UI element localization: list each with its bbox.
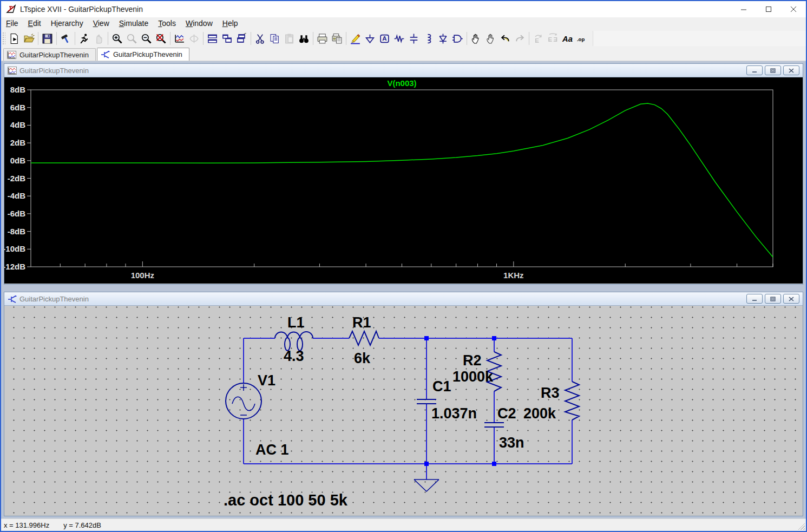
menu-item-hierarchy[interactable]: Hierarchy: [46, 18, 88, 29]
value-R3[interactable]: 200k: [523, 405, 556, 422]
waveform-plot[interactable]: 8dB6dB4dB2dB0dB-2dB-4dB-6dB-8dB-10dB-12d…: [4, 77, 803, 284]
control-panel-button[interactable]: [58, 31, 73, 46]
app-logo-icon: [6, 4, 17, 14]
ground-button[interactable]: [363, 31, 377, 46]
resize-grip[interactable]: [798, 523, 805, 530]
zoom-out-button[interactable]: [139, 31, 154, 46]
y-tick-label: 2dB: [10, 138, 26, 147]
autorange-button: [187, 31, 201, 46]
schematic-close-button[interactable]: [783, 294, 799, 304]
maximize-button[interactable]: [756, 1, 781, 17]
drag-hand-icon: [485, 33, 496, 44]
value-C1[interactable]: 1.037n: [431, 405, 477, 422]
voltage-source-V1[interactable]: [226, 383, 261, 419]
label-L1[interactable]: L1: [287, 314, 305, 331]
inductor-icon: [423, 33, 434, 44]
find-button[interactable]: [297, 31, 311, 46]
close-button[interactable]: [781, 1, 806, 17]
resistor-R3[interactable]: [565, 382, 579, 420]
tab-label: GuitarPickupThevenin: [19, 51, 89, 59]
waveform-window-titlebar[interactable]: GuitarPickupThevenin: [4, 64, 803, 77]
print-button[interactable]: [315, 31, 330, 46]
capacitor-button[interactable]: [406, 31, 421, 46]
capacitor-C2[interactable]: [484, 423, 504, 427]
redo-icon: [514, 33, 526, 44]
resistor-button[interactable]: [392, 31, 406, 46]
mdi-area: GuitarPickupThevenin 8dB6dB4dB2dB0dB-2dB…: [1, 61, 806, 518]
new-schematic-button[interactable]: [7, 31, 22, 46]
menu-item-edit[interactable]: Edit: [23, 18, 46, 29]
component-button[interactable]: [450, 31, 465, 46]
resistor-R1[interactable]: [349, 331, 379, 345]
run-button[interactable]: [77, 31, 91, 46]
value-R1[interactable]: 6k: [354, 350, 371, 366]
drag-button[interactable]: [483, 31, 498, 46]
zoom-in-button[interactable]: [110, 31, 124, 46]
value-V1[interactable]: AC 1: [255, 442, 289, 458]
menu-item-view[interactable]: View: [88, 18, 114, 29]
value-L1[interactable]: 4.3: [284, 348, 304, 364]
cascade-windows-button[interactable]: [234, 31, 249, 46]
menu-item-simulate[interactable]: Simulate: [114, 18, 153, 29]
y-tick-label: 0dB: [10, 156, 26, 165]
ground-symbol[interactable]: [414, 480, 439, 491]
menu-item-file[interactable]: File: [1, 18, 23, 29]
label-C2[interactable]: C2: [497, 405, 516, 422]
wire-pencil-icon: [350, 33, 361, 44]
value-C2[interactable]: 33n: [499, 435, 524, 451]
net-label-button[interactable]: A: [377, 31, 392, 46]
label-R2[interactable]: R2: [463, 352, 482, 369]
print-preview-button[interactable]: [330, 31, 344, 46]
y-tick-label: -10dB: [4, 244, 25, 253]
undo-button[interactable]: [498, 31, 513, 46]
trace-label[interactable]: V(n003): [387, 78, 416, 88]
inductor-button[interactable]: [421, 31, 436, 46]
diode-button[interactable]: [436, 31, 450, 46]
schematic-restore-button[interactable]: [765, 294, 781, 304]
paste-icon: [284, 33, 295, 44]
schematic-minimize-button[interactable]: [746, 294, 763, 304]
value-R2[interactable]: 1000k: [452, 369, 494, 385]
tile-vertical-button[interactable]: [220, 31, 234, 46]
zoom-back-icon: [126, 33, 137, 44]
open-file-button[interactable]: [22, 31, 36, 46]
plot-settings-button[interactable]: [172, 31, 187, 46]
zoom-full-extents-button[interactable]: [154, 31, 168, 46]
move-button[interactable]: [469, 31, 483, 46]
schematic-window: GuitarPickupThevenin: [4, 292, 803, 516]
label-C1[interactable]: C1: [432, 378, 451, 395]
label-V1[interactable]: V1: [258, 372, 275, 389]
schematic-window-titlebar[interactable]: GuitarPickupThevenin: [4, 292, 803, 306]
tab-waveform[interactable]: GuitarPickupThevenin: [3, 48, 96, 61]
plot-restore-button[interactable]: [765, 65, 781, 75]
capacitor-C1[interactable]: [417, 399, 436, 404]
waveform-window-icon: [8, 67, 17, 75]
plot-minimize-button[interactable]: [746, 65, 763, 75]
zoom-in-icon: [111, 33, 123, 44]
resistor-icon: [393, 33, 405, 44]
menu-item-window[interactable]: Window: [181, 18, 218, 29]
schematic-canvas[interactable]: L1 4.3 R1 6k V1 AC 1 C1 1.037n R2 1000k …: [4, 306, 803, 516]
tile-horizontal-button[interactable]: [205, 31, 220, 46]
menu-bar: FileEditHierarchyViewSimulateToolsWindow…: [1, 17, 806, 29]
spice-directive-text[interactable]: .ac oct 100 50 5k: [224, 491, 348, 509]
label-R3[interactable]: R3: [541, 385, 560, 401]
draw-wire-button[interactable]: [348, 31, 363, 46]
text-button[interactable]: Aa: [560, 31, 575, 46]
trace-vn003[interactable]: [31, 103, 773, 257]
print-preview-icon: [331, 33, 343, 44]
save-button[interactable]: [40, 31, 55, 46]
plot-close-button[interactable]: [783, 65, 799, 75]
status-bar: x = 131.996Hz y = 7.642dB: [1, 518, 806, 531]
copy-button[interactable]: [267, 31, 282, 46]
zoom-out-icon: [141, 33, 152, 44]
tab-schematic[interactable]: GuitarPickupThevenin: [97, 48, 189, 61]
cut-button[interactable]: [253, 31, 267, 46]
menu-item-tools[interactable]: Tools: [153, 18, 181, 29]
cascade-windows-icon: [236, 33, 247, 44]
menu-item-help[interactable]: Help: [218, 18, 243, 29]
spice-directive-button[interactable]: .op: [575, 31, 589, 46]
label-R1[interactable]: R1: [352, 314, 371, 331]
toolbar-grip[interactable]: [2, 32, 5, 45]
minimize-button[interactable]: [731, 1, 756, 17]
